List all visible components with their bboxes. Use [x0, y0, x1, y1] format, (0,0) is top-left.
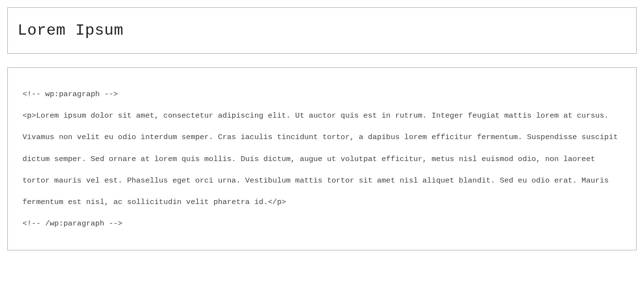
post-title-input[interactable]: Lorem Ipsum: [18, 21, 626, 40]
post-title-container[interactable]: Lorem Ipsum: [7, 7, 637, 54]
code-editor-content[interactable]: <!-- wp:paragraph --> <p>Lorem ipsum dol…: [22, 83, 622, 234]
code-editor-container[interactable]: <!-- wp:paragraph --> <p>Lorem ipsum dol…: [7, 67, 637, 250]
